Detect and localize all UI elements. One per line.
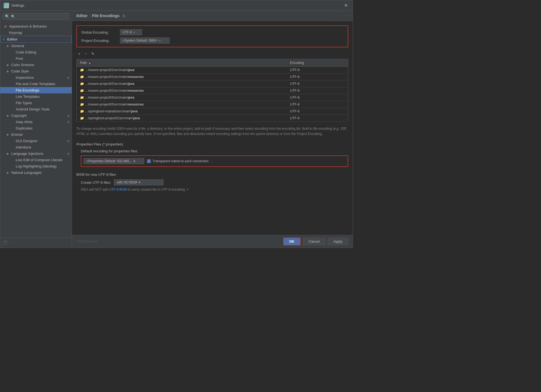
sidebar-item-appearance[interactable]: ▶ Appearance & Behavior: [0, 23, 72, 29]
sidebar-item-color-scheme[interactable]: ▶ Color Scheme: [0, 62, 72, 68]
properties-section: Properties Files (*.properties) Default …: [76, 142, 348, 167]
sidebar-item-emmet[interactable]: ▶ Emmet: [0, 131, 72, 138]
bom-info: IDEA will NOT add UTF-8 BOM to every cre…: [81, 188, 348, 191]
settings-badge: ▣: [67, 76, 69, 79]
sidebar-item-duplicates[interactable]: Duplicates: [0, 125, 72, 131]
ok-button[interactable]: OK: [283, 237, 301, 245]
sidebar-item-gui-designer[interactable]: GUI Designer ▣: [0, 138, 72, 144]
sidebar-item-intentions[interactable]: Intentions: [0, 144, 72, 150]
col-encoding-header[interactable]: Encoding: [287, 59, 348, 67]
main-content: 🔍 ▶ Appearance & Behavior Keymap ∨ Edito…: [0, 11, 353, 248]
table-row[interactable]: 📁...\maven-project01\src\main\resourcesU…: [77, 74, 348, 80]
folder-icon: 📁: [80, 89, 84, 93]
remove-button[interactable]: −: [83, 51, 89, 57]
col-path-header[interactable]: Path ▲: [77, 59, 287, 67]
sidebar-item-android-design[interactable]: Android Design Tools: [0, 106, 72, 112]
sidebar-item-inlay-hints[interactable]: Inlay Hints ▣: [0, 119, 72, 125]
close-button[interactable]: ✕: [342, 2, 349, 9]
sidebar-item-language-injections[interactable]: ▶ Language Injections ▣: [0, 150, 72, 157]
table-cell-encoding: UTF-8: [287, 115, 348, 122]
global-encoding-dropdown[interactable]: UTF-8 ▾: [120, 29, 142, 35]
table-cell-encoding: UTF-8: [287, 80, 348, 87]
project-encoding-dropdown[interactable]: <System Default: GBK> ▾: [120, 37, 170, 44]
sidebar-item-log-highlighting[interactable]: Log Highlighting (Ideolog): [0, 163, 72, 169]
table-row[interactable]: 📁...\maven-project03\src\main\javaUTF-8: [77, 94, 348, 101]
arrow-icon: [11, 82, 15, 85]
sidebar-item-inspections[interactable]: Inspections ▣: [0, 74, 72, 81]
chevron-down-icon: ▾: [133, 31, 135, 34]
table-cell-encoding: UTF-8: [287, 94, 348, 101]
folder-icon: 📁: [80, 116, 84, 120]
sidebar-item-general[interactable]: ▶ General: [0, 43, 72, 49]
table-row[interactable]: 📁...\maven-project02\src\main\resourcesU…: [77, 87, 348, 94]
sidebar-item-file-code-templates[interactable]: File and Code Templates: [0, 81, 72, 87]
bom-row: Create UTF-8 files: with NO BOM ▾: [81, 179, 348, 185]
arrow-icon: [11, 146, 15, 149]
arrow-icon: ▶: [7, 63, 10, 66]
window-title: Settings: [11, 3, 342, 7]
sidebar-item-font[interactable]: Font: [0, 55, 72, 62]
sidebar-item-editor[interactable]: ∨ Editor: [0, 36, 72, 43]
sidebar-item-label: Natural Languages: [11, 171, 42, 175]
sidebar-item-code-style[interactable]: ▶ Code Style: [0, 68, 72, 74]
table-cell-path: 📁...\maven-project02\src\main\java: [77, 80, 287, 87]
bom-link[interactable]: UTF-8 BOM: [109, 188, 127, 191]
properties-encoding-dropdown[interactable]: <Properties Default: ISO-885... ▾: [84, 158, 144, 164]
app-icon: [4, 3, 9, 8]
bom-section-title: BOM for new UTF-8 files: [76, 172, 348, 177]
sidebar-item-live-templates[interactable]: Live Templates: [0, 93, 72, 100]
table-row[interactable]: 📁...\springboot-mybatis\src\main\javaUTF…: [77, 108, 348, 115]
table-cell-path: 📁...\maven-project03\src\main\resources: [77, 101, 287, 108]
table-row[interactable]: 📁...\springboot-project01\src\main\javaU…: [77, 115, 348, 122]
sidebar-item-label: Language Injections: [11, 152, 43, 156]
breadcrumb-icon: ▣: [122, 14, 125, 18]
bom-section: BOM for new UTF-8 files Create UTF-8 fil…: [76, 172, 348, 191]
sidebar-list: ▶ Appearance & Behavior Keymap ∨ Editor …: [0, 22, 72, 237]
sidebar-item-label: Code Editing: [16, 50, 36, 54]
sidebar-item-label: GUI Designer: [16, 139, 38, 143]
sidebar-item-file-types[interactable]: File Types: [0, 100, 72, 106]
table-row[interactable]: 📁...\maven-project02\src\main\javaUTF-8: [77, 80, 348, 87]
table-cell-path: 📁...\maven-project01\src\main\resources: [77, 74, 287, 80]
table-row[interactable]: 📁...\maven-project03\src\main\resourcesU…: [77, 101, 348, 108]
sidebar-item-label: Copyright: [11, 113, 27, 118]
table-cell-path: 📁...\maven-project01\src\main\java: [77, 67, 287, 74]
sidebar-item-label: Emmet: [11, 133, 23, 137]
chevron-down-icon: ▾: [159, 39, 160, 42]
sidebar-item-natural-languages[interactable]: ▶ Natural Languages: [0, 169, 72, 176]
arrow-icon: [11, 108, 15, 111]
cancel-button[interactable]: Cancel: [303, 238, 325, 245]
table-row[interactable]: 📁...\maven-project01\src\main\javaUTF-8: [77, 67, 348, 74]
folder-icon: 📁: [80, 82, 84, 86]
nav-back-button[interactable]: ←: [333, 13, 340, 18]
sidebar-item-live-edit[interactable]: Live Edit of Compose Literals: [0, 157, 72, 163]
sidebar-item-label: Editor: [7, 37, 18, 41]
folder-icon: 📁: [80, 75, 84, 79]
nav-forward-button[interactable]: →: [341, 13, 348, 18]
sidebar-item-keymap[interactable]: Keymap: [0, 29, 72, 36]
sidebar-item-code-editing[interactable]: Code Editing: [0, 49, 72, 55]
nav-arrows: ← →: [333, 13, 348, 18]
props-label: Default encoding for properties files:: [81, 149, 138, 153]
apply-button[interactable]: Apply: [328, 238, 348, 245]
sidebar-item-file-encodings[interactable]: File Encodings ▣: [0, 87, 72, 93]
add-button[interactable]: +: [76, 51, 82, 57]
arrow-icon: ▶: [7, 171, 10, 174]
sidebar-item-label: Android Design Tools: [16, 107, 50, 111]
transparent-conversion-checkbox[interactable]: ✓: [147, 159, 151, 163]
table-cell-encoding: UTF-8: [287, 87, 348, 94]
search-icon: 🔍: [5, 14, 9, 18]
help-button[interactable]: ?: [2, 240, 8, 245]
search-box[interactable]: 🔍: [2, 13, 69, 20]
bom-dropdown[interactable]: with NO BOM ▾: [114, 179, 164, 185]
sidebar-bottom: ?: [0, 237, 72, 248]
arrow-icon: ▶: [5, 25, 8, 28]
table-cell-path: 📁...\maven-project03\src\main\java: [77, 94, 287, 101]
search-input[interactable]: [11, 15, 67, 18]
settings-badge: ▣: [67, 120, 69, 123]
arrow-icon: [11, 76, 15, 79]
folder-icon: 📁: [80, 96, 84, 99]
edit-button[interactable]: ✎: [90, 51, 96, 57]
sidebar-item-copyright[interactable]: ▶ Copyright ▣: [0, 112, 72, 119]
breadcrumb-part1: Editor: [76, 13, 87, 18]
